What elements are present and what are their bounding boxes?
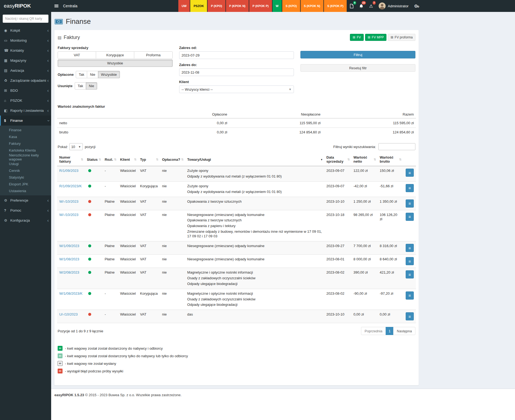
sidebar: Kokpit Monitoring Kontakty Magazyny Awiz… [0, 12, 51, 420]
app-logo[interactable]: easyRIPOK [0, 0, 51, 12]
topbar-button-w[interactable]: W [273, 0, 282, 12]
add-fv-proforma-button[interactable]: FV proforma [388, 34, 415, 41]
filter-type-korygujace-button[interactable]: Korygujące [96, 51, 134, 59]
sidebar-toggle-button[interactable] [51, 0, 61, 12]
pagination-previous[interactable]: Poprzednia [361, 327, 386, 335]
sidebar-subitem-statystyki[interactable]: Statystyki [0, 174, 51, 181]
add-fv-button[interactable]: FV [350, 34, 363, 41]
sidebar-item-bdo[interactable]: BDO [0, 86, 51, 96]
qr-scan-input[interactable] [3, 15, 48, 23]
topbar-button-s-kpok-n[interactable]: S (KPOK N) [301, 0, 324, 12]
col-status[interactable]: Status [85, 153, 103, 166]
invoice-number-link[interactable]: W/1/08/2023 [59, 257, 79, 261]
invoice-number-link[interactable]: R/1/09/2023/K [59, 184, 82, 188]
cell-netto: 1 250,00 zł [351, 197, 378, 210]
cell-brutto: 0,00 zł [378, 310, 403, 323]
sidebar-subitem-uslugi[interactable]: Usługi [0, 160, 51, 167]
invoice-number-link[interactable]: R/1/09/2023 [59, 169, 78, 173]
col-oplacona[interactable]: Opłacona? [160, 153, 185, 166]
pagination-next[interactable]: Następna [393, 327, 415, 335]
sidebar-subitem-ustawienia[interactable]: Ustawienia [0, 188, 51, 194]
topbar-button-s-kpok-p[interactable]: S (KPOK P) [324, 0, 347, 12]
row-actions-button[interactable] [406, 257, 414, 265]
row-actions-button[interactable] [406, 312, 414, 320]
settings-menu[interactable]: ⚙⚙ [411, 0, 422, 12]
cell-number: R/1/09/2023 [57, 166, 85, 182]
sidebar-item-preferencje[interactable]: Preferencje [0, 195, 51, 205]
sidebar-subitem-kasa[interactable]: Kasa [0, 133, 51, 140]
date-to-input[interactable] [179, 68, 294, 76]
topbar-button-pszok[interactable]: PSZOK [190, 0, 207, 12]
user-menu[interactable]: Administrator [376, 0, 411, 12]
topbar-button-p-kpok-n[interactable]: P (KPOK N) [226, 0, 249, 12]
sidebar-subitem-finanse[interactable]: Finanse [0, 127, 51, 133]
sidebar-item-pszok[interactable]: PSZOK [0, 96, 51, 106]
cell-rozl: Płatne [103, 210, 118, 241]
col-typ[interactable]: Typ [138, 153, 160, 166]
col-rozl[interactable]: Rozl. [103, 153, 118, 166]
documents-menu[interactable]: 9 [347, 0, 356, 12]
row-actions-button[interactable] [406, 199, 414, 208]
invoice-number-link[interactable]: W/-/10/2023 [59, 213, 78, 217]
sidebar-subitem-faktury[interactable]: Faktury [0, 140, 51, 147]
invoice-number-link[interactable]: U/-/10/2023 [59, 312, 78, 316]
pagination-page-1[interactable]: 1 [386, 327, 393, 335]
invoice-number-link[interactable]: W/1/08/2023/K [59, 291, 83, 296]
filter-type-vat-button[interactable]: VAT [58, 51, 96, 59]
topbar-button-p-kpo[interactable]: P (KPO) [208, 0, 225, 12]
filter-reset-button[interactable]: Resetuj filtr [300, 64, 415, 72]
sidebar-subitem-nierozliczone-kwity[interactable]: Nierozliczone kwity wagowe [0, 154, 51, 160]
sidebar-subitem-kartoteka-klienta[interactable]: Kartoteka Klienta [0, 147, 51, 154]
sidebar-item-label: Awizacja [10, 68, 24, 73]
topbar-button-p-kpok-p[interactable]: P (KPOK P) [249, 0, 272, 12]
alerts-menu[interactable]: ⚠ 7 [366, 0, 376, 12]
sidebar-item-raporty[interactable]: Raporty i zestawienia [0, 106, 51, 116]
notifications-menu[interactable]: 22 [356, 0, 366, 12]
sidebar-subitem-cennik[interactable]: Cennik [0, 167, 51, 174]
row-actions-button[interactable] [406, 169, 414, 177]
invoice-number-link[interactable]: W/-/10/2023 [59, 199, 78, 204]
row-actions-button[interactable] [406, 244, 414, 252]
status-dot [88, 313, 91, 316]
cell-number: U/-/10/2023 [57, 310, 85, 323]
col-wartosc-netto[interactable]: Wartość netto [351, 153, 378, 166]
add-fv-mpp-button[interactable]: FV MPP [365, 34, 387, 41]
table-search-input[interactable] [378, 143, 415, 150]
invoice-number-link[interactable]: W/1/09/2023 [59, 244, 79, 248]
sidebar-subitem-eksport-jpk[interactable]: Eksport JPK [0, 181, 51, 188]
paid-wszystkie-button[interactable]: Wszystkie [98, 71, 120, 78]
topbar-button-s-kpo[interactable]: S (KPO) [282, 0, 300, 12]
deleted-tak-button[interactable]: Tak [75, 82, 86, 90]
col-wartosc-brutto[interactable]: Wartość brutto [378, 153, 403, 166]
deleted-nie-button[interactable]: Nie [86, 82, 97, 90]
row-actions-button[interactable] [406, 291, 414, 300]
sidebar-item-finanse[interactable]: Finanse [0, 116, 51, 126]
col-towary-uslugi[interactable]: Towary/Usługi [185, 153, 324, 166]
filter-submit-button[interactable]: Filtruj [300, 51, 415, 58]
row-actions-button[interactable] [406, 213, 414, 221]
filter-type-proforma-button[interactable]: Proforma [134, 51, 172, 59]
invoice-number-link[interactable]: W/2/08/2023 [59, 270, 79, 274]
date-from-input[interactable] [179, 51, 294, 59]
sidebar-item-pomoc[interactable]: Pomoc [0, 205, 51, 215]
col-numer-faktury[interactable]: Numer faktury [57, 153, 85, 166]
main-area: Finanse Faktury FV FV [51, 12, 515, 420]
col-data-sprzedazy[interactable]: Data sprzedaży [324, 153, 351, 166]
sidebar-item-kontakty[interactable]: Kontakty [0, 45, 51, 55]
sidebar-item-monitoring[interactable]: Monitoring [0, 35, 51, 45]
sidebar-item-konfiguracja[interactable]: Konfiguracja [0, 215, 51, 225]
topbar-button-uw[interactable]: UW [178, 0, 190, 12]
row-actions-button[interactable] [406, 270, 414, 278]
client-select[interactable]: -- Wszyscy klienci -- ▼ [179, 86, 294, 93]
row-actions-button[interactable] [406, 184, 414, 192]
sidebar-item-zarzadzanie-odpadami[interactable]: Zarządzanie odpadami [0, 76, 51, 86]
filter-type-all-button[interactable]: Wszystkie [58, 60, 173, 67]
sidebar-item-kokpit[interactable]: Kokpit [0, 25, 51, 35]
sidebar-item-magazyny[interactable]: Magazyny [0, 55, 51, 65]
page-length-select[interactable]: 10 ▼ [69, 143, 83, 150]
col-klient[interactable]: Klient [118, 153, 138, 166]
paid-tak-button[interactable]: Tak [76, 71, 87, 78]
paid-nie-button[interactable]: Nie [87, 71, 98, 78]
sidebar-item-awizacja[interactable]: Awizacja [0, 65, 51, 76]
chevron-left-icon [47, 109, 49, 113]
